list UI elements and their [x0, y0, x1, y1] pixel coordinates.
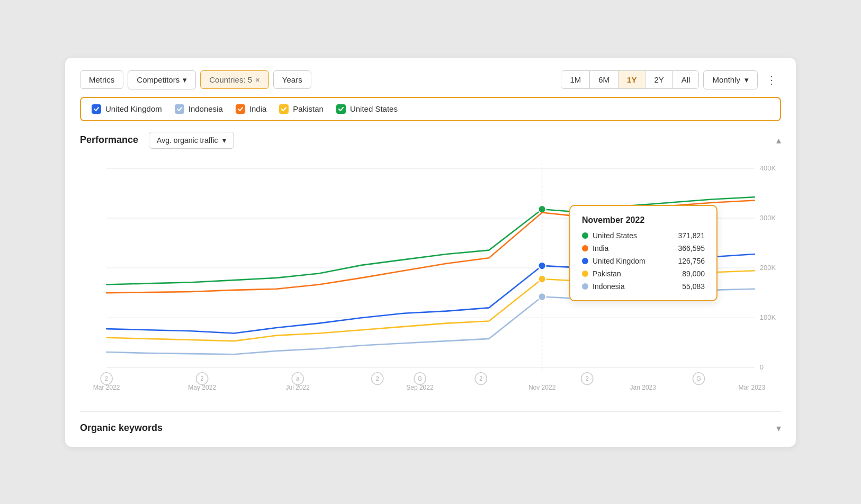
competitors-button[interactable]: Competitors ▾ [128, 70, 196, 89]
pakistan-label: Pakistan [293, 104, 324, 113]
country-indonesia[interactable]: Indonesia [175, 104, 223, 114]
expand-organic-button[interactable]: ▾ [776, 422, 781, 434]
country-pakistan[interactable]: Pakistan [279, 104, 324, 114]
svg-text:Mar 2023: Mar 2023 [738, 383, 765, 391]
tooltip-row-india: India 366,595 [582, 244, 705, 253]
svg-point-13 [539, 275, 546, 283]
years-label: Years [282, 75, 302, 84]
metrics-label: Metrics [89, 75, 114, 84]
tooltip-row-us: United States 371,821 [582, 231, 705, 240]
tooltip-indonesia-label: Indonesia [593, 282, 625, 291]
uk-checkbox [92, 104, 101, 114]
period-6m-button[interactable]: 6M [590, 71, 618, 88]
chevron-down-icon: ▾ [183, 75, 187, 85]
more-button[interactable]: ⋮ [762, 71, 781, 88]
main-card: Metrics Competitors ▾ Countries: 5 × Yea… [65, 58, 796, 447]
tooltip-us-value: 371,821 [662, 231, 705, 240]
tooltip-uk-value: 126,756 [662, 257, 705, 265]
tooltip-india-label: India [593, 244, 608, 253]
close-icon: × [255, 75, 260, 84]
svg-text:2: 2 [376, 375, 379, 382]
tooltip-pakistan-label: Pakistan [593, 269, 621, 278]
svg-text:2: 2 [586, 375, 589, 382]
performance-title: Performance [80, 134, 138, 146]
svg-text:Jul 2022: Jul 2022 [286, 383, 310, 391]
svg-text:2: 2 [201, 375, 204, 382]
organic-keywords-section: Organic keywords ▾ [80, 411, 781, 434]
indonesia-checkbox [175, 104, 184, 114]
uk-dot [582, 258, 588, 264]
period-group: 1M 6M 1Y 2Y All [561, 70, 699, 89]
years-button[interactable]: Years [273, 70, 311, 89]
tooltip-india-value: 366,595 [662, 244, 705, 253]
svg-text:G: G [418, 375, 423, 382]
tooltip-row-uk: United Kingdom 126,756 [582, 257, 705, 265]
svg-text:0: 0 [760, 363, 764, 371]
competitors-label: Competitors [137, 75, 180, 84]
metric-dropdown[interactable]: Avg. organic traffic ▾ [149, 132, 234, 149]
toolbar: Metrics Competitors ▾ Countries: 5 × Yea… [80, 70, 781, 89]
country-india[interactable]: India [236, 104, 267, 114]
countries-button[interactable]: Countries: 5 × [200, 70, 269, 89]
india-checkbox [236, 104, 245, 114]
period-1y-button[interactable]: 1Y [618, 71, 645, 88]
svg-point-14 [539, 293, 546, 301]
monthly-label: Monthly [712, 75, 740, 84]
metrics-button[interactable]: Metrics [80, 70, 123, 89]
country-uk[interactable]: United Kingdom [92, 104, 162, 114]
countries-label: Countries: 5 [209, 75, 252, 84]
svg-text:Nov 2022: Nov 2022 [528, 383, 556, 391]
tooltip-row-pakistan: Pakistan 89,000 [582, 269, 705, 278]
india-dot [582, 245, 588, 251]
metric-label: Avg. organic traffic [157, 136, 218, 145]
monthly-button[interactable]: Monthly ▾ [703, 70, 758, 89]
tooltip-us-label: United States [593, 231, 637, 240]
tooltip-uk-label: United Kingdom [593, 257, 645, 265]
pakistan-dot [582, 271, 588, 277]
chevron-down-icon: ▾ [745, 75, 749, 85]
svg-point-12 [539, 262, 546, 269]
svg-text:2: 2 [479, 375, 482, 382]
indonesia-dot [582, 283, 588, 290]
svg-text:a: a [296, 375, 300, 382]
indonesia-label: Indonesia [189, 104, 223, 113]
us-label: United States [350, 104, 398, 113]
chevron-down-icon: ▾ [222, 136, 226, 145]
period-1m-button[interactable]: 1M [561, 71, 590, 88]
svg-text:400K: 400K [760, 164, 776, 172]
chart-container: 400K 300K 200K 100K 0 [80, 157, 781, 401]
svg-text:200K: 200K [760, 264, 776, 272]
more-icon: ⋮ [766, 74, 777, 86]
svg-text:G: G [696, 375, 701, 382]
svg-text:Mar 2022: Mar 2022 [93, 383, 120, 391]
india-label: India [249, 104, 267, 113]
organic-keywords-title: Organic keywords [80, 422, 163, 434]
pakistan-checkbox [279, 104, 289, 114]
svg-text:100K: 100K [760, 313, 776, 321]
svg-text:May 2022: May 2022 [188, 383, 216, 391]
svg-text:2: 2 [105, 375, 108, 382]
tooltip-indonesia-value: 55,083 [662, 282, 705, 291]
us-dot [582, 232, 588, 239]
svg-text:Jan 2023: Jan 2023 [630, 383, 656, 391]
tooltip-title: November 2022 [582, 215, 705, 225]
collapse-performance-button[interactable]: ▴ [776, 134, 781, 146]
us-checkbox [336, 104, 346, 114]
tooltip-row-indonesia: Indonesia 55,083 [582, 282, 705, 291]
performance-header: Performance Avg. organic traffic ▾ ▴ [80, 132, 781, 149]
svg-text:Sep 2022: Sep 2022 [406, 383, 434, 391]
tooltip-pakistan-value: 89,000 [662, 269, 705, 278]
chart-tooltip: November 2022 United States 371,821 Indi… [569, 205, 718, 301]
uk-label: United Kingdom [105, 104, 162, 113]
country-filter: United Kingdom Indonesia India Pakistan … [80, 97, 781, 121]
period-all-button[interactable]: All [673, 71, 699, 88]
svg-text:300K: 300K [760, 213, 776, 221]
country-us[interactable]: United States [336, 104, 398, 114]
period-2y-button[interactable]: 2Y [645, 71, 672, 88]
